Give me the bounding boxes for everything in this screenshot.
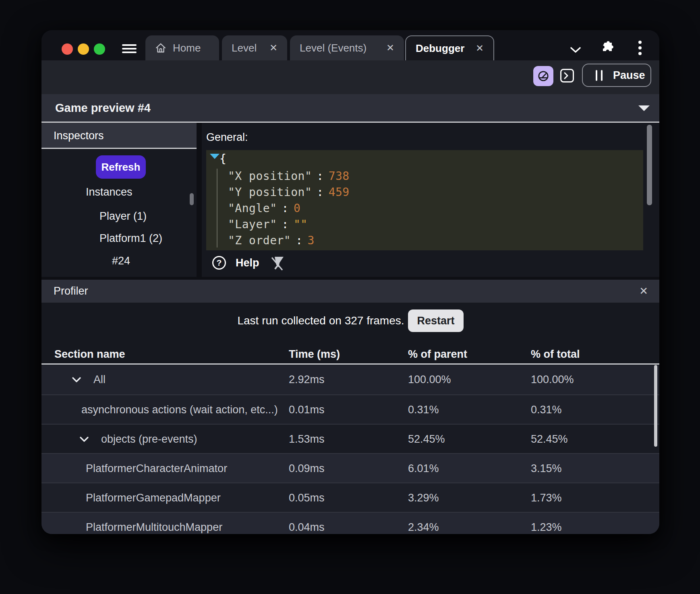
restart-button[interactable]: Restart bbox=[408, 309, 463, 332]
tree-item-platform1[interactable]: Platform1 (2) bbox=[99, 232, 162, 245]
profiler-status-text: Last run collected on 327 frames. bbox=[237, 314, 404, 327]
tab-label: Level (Events) bbox=[300, 42, 367, 54]
tab-label: Home bbox=[173, 42, 201, 54]
time-value: 0.01ms bbox=[289, 395, 325, 425]
table-row: PlatformerCharacterAnimator 0.09ms 6.01%… bbox=[41, 453, 659, 483]
inspectors-panel: Inspectors Refresh Instances Player (1) … bbox=[41, 123, 197, 277]
game-preview-header[interactable]: Game preview #4 bbox=[41, 94, 659, 123]
time-value: 0.05ms bbox=[289, 483, 325, 513]
refresh-button[interactable]: Refresh bbox=[96, 155, 146, 179]
percent-parent-value: 6.01% bbox=[408, 454, 439, 483]
time-value: 2.92ms bbox=[289, 365, 325, 394]
home-icon bbox=[155, 42, 166, 54]
help-icon[interactable]: ? bbox=[212, 256, 226, 270]
json-key: "Z order" bbox=[228, 234, 291, 247]
general-panel: General: { "X position":738 "Y position"… bbox=[202, 123, 659, 277]
json-collapse-triangle-icon[interactable] bbox=[210, 154, 220, 159]
tree-item-instance-24[interactable]: #24 bbox=[112, 255, 130, 267]
time-value: 0.04ms bbox=[289, 513, 325, 534]
chevron-down-icon[interactable] bbox=[72, 377, 81, 383]
column-header-percent-total: % of total bbox=[531, 347, 580, 361]
json-value: 3 bbox=[308, 234, 315, 247]
profiler-header[interactable]: Profiler ✕ bbox=[41, 280, 659, 303]
percent-total-value: 100.00% bbox=[531, 365, 574, 394]
pause-label: Pause bbox=[613, 69, 645, 82]
percent-parent-value: 0.31% bbox=[408, 395, 439, 425]
column-header-time: Time (ms) bbox=[289, 347, 340, 361]
pin-off-icon[interactable] bbox=[269, 255, 285, 271]
section-name: PlatformerMultitouchMapper bbox=[86, 513, 222, 534]
help-link[interactable]: Help bbox=[236, 256, 259, 270]
json-line-layer: "Layer":"" bbox=[228, 217, 308, 233]
json-colon: : bbox=[282, 218, 289, 231]
speedometer-icon bbox=[537, 70, 550, 82]
tree-item-instances[interactable]: Instances bbox=[86, 186, 133, 198]
json-key: "X position" bbox=[228, 169, 312, 183]
section-name: asynchronous actions (wait action, etc..… bbox=[81, 395, 278, 425]
question-glyph: ? bbox=[217, 258, 222, 268]
table-row: objects (pre-events) 1.53ms 52.45% 52.45… bbox=[41, 424, 659, 453]
general-scrollbar[interactable] bbox=[647, 125, 652, 205]
json-value: 738 bbox=[329, 169, 350, 183]
close-icon[interactable]: ✕ bbox=[269, 42, 278, 54]
tab-debugger[interactable]: Debugger ✕ bbox=[405, 35, 494, 60]
debugger-toolbar: Pause bbox=[41, 60, 659, 94]
column-header-percent-parent: % of parent bbox=[408, 347, 467, 361]
section-name: All bbox=[93, 365, 106, 394]
percent-total-value: 3.15% bbox=[531, 454, 562, 483]
percent-total-value: 1.23% bbox=[531, 513, 562, 534]
percent-parent-value: 2.34% bbox=[408, 513, 439, 534]
percent-parent-value: 100.00% bbox=[408, 365, 451, 394]
close-icon[interactable]: ✕ bbox=[386, 42, 394, 54]
collapse-triangle-icon[interactable] bbox=[638, 105, 650, 111]
traffic-light-minimize-icon[interactable] bbox=[78, 43, 89, 55]
profiler-table-scrollbar[interactable] bbox=[654, 365, 657, 447]
tab-home[interactable]: Home bbox=[145, 35, 219, 60]
traffic-light-close-icon[interactable] bbox=[62, 43, 73, 55]
percent-total-value: 1.73% bbox=[531, 483, 562, 513]
table-row: asynchronous actions (wait action, etc..… bbox=[41, 394, 659, 424]
time-value: 1.53ms bbox=[289, 425, 325, 454]
percent-total-value: 52.45% bbox=[531, 425, 568, 454]
table-row: PlatformerGamepadMapper 0.05ms 3.29% 1.7… bbox=[41, 483, 659, 512]
kebab-menu-icon[interactable] bbox=[637, 40, 643, 58]
time-value: 0.09ms bbox=[289, 454, 325, 483]
console-button[interactable] bbox=[560, 69, 574, 82]
chevron-down-icon[interactable] bbox=[570, 47, 581, 53]
general-title: General: bbox=[206, 131, 248, 144]
close-icon[interactable]: ✕ bbox=[476, 43, 484, 54]
tab-bar: Home Level ✕ Level (Events) ✕ Debugger ✕ bbox=[41, 30, 659, 60]
tab-label: Level bbox=[232, 42, 257, 54]
percent-parent-value: 52.45% bbox=[408, 425, 445, 454]
profiler-body: Last run collected on 327 frames. Restar… bbox=[41, 303, 659, 534]
console-prompt-icon bbox=[561, 70, 573, 81]
profiler-title: Profiler bbox=[54, 280, 88, 303]
profiler-status-row: Last run collected on 327 frames. Restar… bbox=[41, 309, 659, 332]
json-colon: : bbox=[317, 186, 323, 199]
traffic-light-zoom-icon[interactable] bbox=[94, 43, 105, 55]
json-key: "Layer" bbox=[228, 218, 277, 231]
pane-divider[interactable] bbox=[41, 277, 659, 280]
tab-level[interactable]: Level ✕ bbox=[222, 35, 287, 60]
table-row: All 2.92ms 100.00% 100.00% bbox=[41, 365, 659, 394]
table-row: PlatformerMultitouchMapper 0.04ms 2.34% … bbox=[41, 512, 659, 534]
profiler-toggle-button[interactable] bbox=[533, 66, 553, 86]
json-colon: : bbox=[317, 169, 323, 183]
pause-button[interactable]: Pause bbox=[582, 64, 651, 87]
tab-label: Debugger bbox=[416, 42, 464, 55]
chevron-down-icon[interactable] bbox=[79, 436, 89, 442]
tab-level-events[interactable]: Level (Events) ✕ bbox=[290, 35, 404, 60]
section-name: PlatformerCharacterAnimator bbox=[86, 454, 227, 483]
json-value: 0 bbox=[294, 202, 300, 215]
inspectors-panel-title[interactable]: Inspectors bbox=[41, 123, 197, 149]
puzzle-icon[interactable] bbox=[601, 40, 613, 53]
close-profiler-icon[interactable]: ✕ bbox=[639, 280, 648, 303]
json-value: 459 bbox=[329, 186, 350, 199]
json-indent-guide bbox=[217, 169, 217, 248]
hamburger-menu-icon[interactable] bbox=[122, 44, 137, 54]
json-value: "" bbox=[294, 218, 308, 231]
tree-item-player[interactable]: Player (1) bbox=[99, 210, 147, 223]
json-colon: : bbox=[296, 234, 302, 247]
json-open-brace: { bbox=[220, 151, 226, 167]
inspectors-scrollbar[interactable] bbox=[190, 193, 194, 205]
